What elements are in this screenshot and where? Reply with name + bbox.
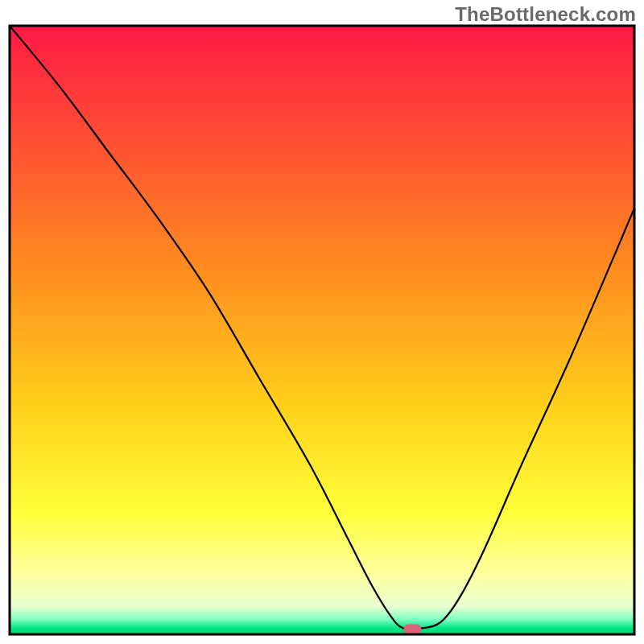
gradient-background bbox=[10, 26, 634, 634]
watermark-text: TheBottleneck.com bbox=[455, 3, 636, 26]
chart-container: TheBottleneck.com bbox=[0, 0, 644, 644]
chart-svg bbox=[0, 0, 644, 644]
